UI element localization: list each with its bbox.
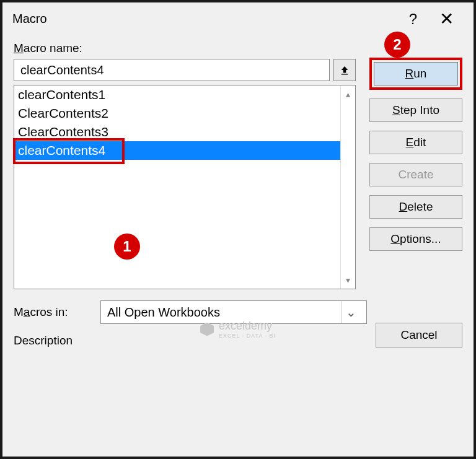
create-button: Create	[369, 163, 462, 186]
dialog-body: Macro name: clearContents1ClearContents2…	[2, 35, 474, 359]
list-item[interactable]: clearContents1	[14, 85, 340, 104]
macros-in-value: All Open Workbooks	[107, 305, 342, 320]
list-scrollbar[interactable]: ▴ ▾	[340, 85, 355, 289]
close-icon[interactable]: ✕	[430, 9, 464, 29]
macro-dialog: Macro ? ✕ Macro name: clearConte	[0, 0, 476, 459]
scroll-down-icon[interactable]: ▾	[346, 275, 350, 285]
list-item[interactable]: ClearContents3	[14, 123, 340, 141]
macro-name-label: Macro name:	[14, 42, 356, 55]
cancel-button[interactable]: Cancel	[376, 323, 462, 348]
dialog-title: Macro	[12, 12, 397, 26]
edit-button[interactable]: Edit	[369, 131, 462, 154]
macro-listbox[interactable]: clearContents1ClearContents2ClearContent…	[14, 85, 356, 289]
run-button[interactable]: Run	[374, 62, 458, 85]
list-item[interactable]: clearContents4	[14, 141, 340, 160]
list-item[interactable]: ClearContents2	[14, 104, 340, 123]
scroll-up-icon[interactable]: ▴	[346, 89, 350, 99]
annotation-highlight-2: Run	[369, 58, 462, 90]
step-into-button[interactable]: Step Into	[369, 98, 462, 122]
chevron-down-icon: ⌄	[342, 301, 360, 323]
options-button[interactable]: Options...	[369, 227, 462, 251]
upload-arrow-icon	[339, 64, 350, 76]
macro-name-input[interactable]	[14, 59, 330, 81]
delete-button[interactable]: Delete	[369, 195, 462, 219]
titlebar: Macro ? ✕	[2, 2, 474, 35]
macros-in-label: Macros in:	[14, 305, 88, 319]
macros-in-dropdown[interactable]: All Open Workbooks ⌄	[100, 300, 367, 324]
help-icon[interactable]: ?	[397, 11, 430, 28]
assign-icon-button[interactable]	[333, 59, 356, 81]
